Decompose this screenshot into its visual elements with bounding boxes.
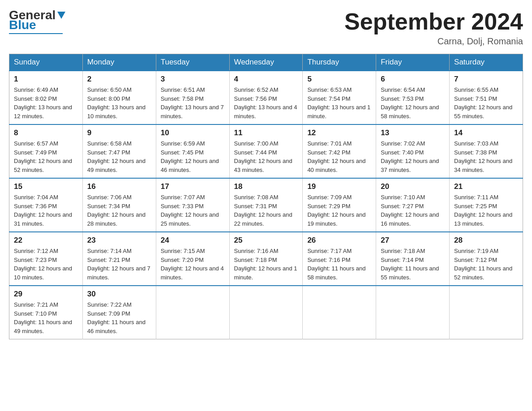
calendar-cell: 18Sunrise: 7:08 AMSunset: 7:31 PMDayligh… [229, 178, 303, 232]
calendar-cell: 6Sunrise: 6:54 AMSunset: 7:53 PMDaylight… [376, 71, 450, 124]
calendar-cell [156, 286, 229, 339]
day-number: 19 [307, 182, 371, 191]
calendar-cell: 2Sunrise: 6:50 AMSunset: 8:00 PMDaylight… [82, 71, 156, 124]
column-header-monday: Monday [82, 54, 156, 71]
day-number: 14 [454, 128, 518, 137]
day-info: Sunrise: 7:01 AMSunset: 7:42 PMDaylight:… [307, 139, 371, 174]
column-header-thursday: Thursday [303, 54, 376, 71]
column-header-friday: Friday [376, 54, 450, 71]
day-info: Sunrise: 7:21 AMSunset: 7:10 PMDaylight:… [14, 300, 78, 335]
day-number: 8 [14, 128, 78, 137]
day-info: Sunrise: 6:52 AMSunset: 7:56 PMDaylight:… [234, 86, 298, 120]
calendar-table: SundayMondayTuesdayWednesdayThursdayFrid… [9, 54, 523, 339]
calendar-cell: 24Sunrise: 7:15 AMSunset: 7:20 PMDayligh… [156, 232, 229, 286]
day-number: 16 [87, 182, 151, 191]
calendar-week-row: 1Sunrise: 6:49 AMSunset: 8:02 PMDaylight… [9, 71, 523, 124]
day-info: Sunrise: 6:59 AMSunset: 7:45 PMDaylight:… [161, 139, 225, 174]
calendar-cell [303, 286, 376, 339]
day-info: Sunrise: 6:54 AMSunset: 7:53 PMDaylight:… [381, 86, 445, 120]
day-number: 22 [14, 236, 78, 245]
day-info: Sunrise: 6:58 AMSunset: 7:47 PMDaylight:… [87, 139, 151, 174]
day-info: Sunrise: 7:03 AMSunset: 7:38 PMDaylight:… [454, 139, 518, 174]
day-number: 15 [14, 182, 78, 191]
day-info: Sunrise: 7:10 AMSunset: 7:27 PMDaylight:… [381, 193, 445, 228]
day-info: Sunrise: 6:49 AMSunset: 8:02 PMDaylight:… [14, 86, 78, 120]
calendar-cell: 30Sunrise: 7:22 AMSunset: 7:09 PMDayligh… [82, 286, 156, 339]
calendar-cell: 29Sunrise: 7:21 AMSunset: 7:10 PMDayligh… [9, 286, 83, 339]
day-number: 17 [161, 182, 225, 191]
calendar-cell: 27Sunrise: 7:18 AMSunset: 7:14 PMDayligh… [376, 232, 450, 286]
logo-blue-text: Blue [9, 19, 36, 31]
calendar-cell: 14Sunrise: 7:03 AMSunset: 7:38 PMDayligh… [450, 124, 523, 178]
calendar-cell: 8Sunrise: 6:57 AMSunset: 7:49 PMDaylight… [9, 124, 83, 178]
column-header-tuesday: Tuesday [156, 54, 229, 71]
day-info: Sunrise: 7:15 AMSunset: 7:20 PMDaylight:… [161, 247, 225, 282]
day-info: Sunrise: 7:17 AMSunset: 7:16 PMDaylight:… [307, 247, 371, 282]
logo-triangle-icon [56, 10, 66, 20]
calendar-cell: 26Sunrise: 7:17 AMSunset: 7:16 PMDayligh… [303, 232, 376, 286]
day-number: 23 [87, 236, 151, 245]
calendar-cell: 1Sunrise: 6:49 AMSunset: 8:02 PMDaylight… [9, 71, 83, 124]
page-header: General Blue September 2024 Carna, Dolj,… [9, 9, 523, 47]
column-header-sunday: Sunday [9, 54, 83, 71]
calendar-week-row: 29Sunrise: 7:21 AMSunset: 7:10 PMDayligh… [9, 286, 523, 339]
day-info: Sunrise: 6:50 AMSunset: 8:00 PMDaylight:… [87, 86, 151, 120]
day-number: 5 [307, 75, 371, 84]
day-number: 26 [307, 236, 371, 245]
day-info: Sunrise: 7:06 AMSunset: 7:34 PMDaylight:… [87, 193, 151, 228]
calendar-cell: 23Sunrise: 7:14 AMSunset: 7:21 PMDayligh… [82, 232, 156, 286]
day-number: 9 [87, 128, 151, 137]
calendar-cell: 13Sunrise: 7:02 AMSunset: 7:40 PMDayligh… [376, 124, 450, 178]
day-number: 30 [87, 290, 151, 299]
day-info: Sunrise: 6:55 AMSunset: 7:51 PMDaylight:… [454, 86, 518, 120]
day-number: 7 [454, 75, 518, 84]
calendar-cell: 15Sunrise: 7:04 AMSunset: 7:36 PMDayligh… [9, 178, 83, 232]
day-info: Sunrise: 7:00 AMSunset: 7:44 PMDaylight:… [234, 139, 298, 174]
day-number: 21 [454, 182, 518, 191]
day-number: 6 [381, 75, 445, 84]
calendar-cell: 7Sunrise: 6:55 AMSunset: 7:51 PMDaylight… [450, 71, 523, 124]
logo-underline [9, 33, 63, 34]
day-info: Sunrise: 7:16 AMSunset: 7:18 PMDaylight:… [234, 247, 298, 282]
day-number: 28 [454, 236, 518, 245]
day-number: 18 [234, 182, 298, 191]
calendar-week-row: 15Sunrise: 7:04 AMSunset: 7:36 PMDayligh… [9, 178, 523, 232]
calendar-cell [450, 286, 523, 339]
calendar-week-row: 22Sunrise: 7:12 AMSunset: 7:23 PMDayligh… [9, 232, 523, 286]
day-number: 24 [161, 236, 225, 245]
calendar-cell: 5Sunrise: 6:53 AMSunset: 7:54 PMDaylight… [303, 71, 376, 124]
calendar-cell: 20Sunrise: 7:10 AMSunset: 7:27 PMDayligh… [376, 178, 450, 232]
day-number: 20 [381, 182, 445, 191]
location-subtitle: Carna, Dolj, Romania [344, 36, 523, 47]
day-info: Sunrise: 7:04 AMSunset: 7:36 PMDaylight:… [14, 193, 78, 228]
calendar-cell: 25Sunrise: 7:16 AMSunset: 7:18 PMDayligh… [229, 232, 303, 286]
calendar-cell: 10Sunrise: 6:59 AMSunset: 7:45 PMDayligh… [156, 124, 229, 178]
day-info: Sunrise: 6:53 AMSunset: 7:54 PMDaylight:… [307, 86, 371, 120]
calendar-cell [229, 286, 303, 339]
svg-marker-0 [57, 12, 65, 19]
column-header-wednesday: Wednesday [229, 54, 303, 71]
calendar-week-row: 8Sunrise: 6:57 AMSunset: 7:49 PMDaylight… [9, 124, 523, 178]
day-number: 10 [161, 128, 225, 137]
calendar-cell: 3Sunrise: 6:51 AMSunset: 7:58 PMDaylight… [156, 71, 229, 124]
calendar-cell: 28Sunrise: 7:19 AMSunset: 7:12 PMDayligh… [450, 232, 523, 286]
logo: General Blue [9, 9, 66, 34]
day-number: 13 [381, 128, 445, 137]
day-info: Sunrise: 7:22 AMSunset: 7:09 PMDaylight:… [87, 300, 151, 335]
day-info: Sunrise: 7:14 AMSunset: 7:21 PMDaylight:… [87, 247, 151, 282]
calendar-cell: 16Sunrise: 7:06 AMSunset: 7:34 PMDayligh… [82, 178, 156, 232]
calendar-cell: 17Sunrise: 7:07 AMSunset: 7:33 PMDayligh… [156, 178, 229, 232]
calendar-cell [376, 286, 450, 339]
day-info: Sunrise: 7:09 AMSunset: 7:29 PMDaylight:… [307, 193, 371, 228]
day-info: Sunrise: 7:19 AMSunset: 7:12 PMDaylight:… [454, 247, 518, 282]
day-info: Sunrise: 6:57 AMSunset: 7:49 PMDaylight:… [14, 139, 78, 174]
title-section: September 2024 Carna, Dolj, Romania [344, 9, 523, 47]
calendar-cell: 11Sunrise: 7:00 AMSunset: 7:44 PMDayligh… [229, 124, 303, 178]
day-info: Sunrise: 7:18 AMSunset: 7:14 PMDaylight:… [381, 247, 445, 282]
day-info: Sunrise: 7:08 AMSunset: 7:31 PMDaylight:… [234, 193, 298, 228]
calendar-cell: 9Sunrise: 6:58 AMSunset: 7:47 PMDaylight… [82, 124, 156, 178]
day-info: Sunrise: 7:11 AMSunset: 7:25 PMDaylight:… [454, 193, 518, 228]
day-info: Sunrise: 6:51 AMSunset: 7:58 PMDaylight:… [161, 86, 225, 120]
day-number: 29 [14, 290, 78, 299]
day-number: 12 [307, 128, 371, 137]
